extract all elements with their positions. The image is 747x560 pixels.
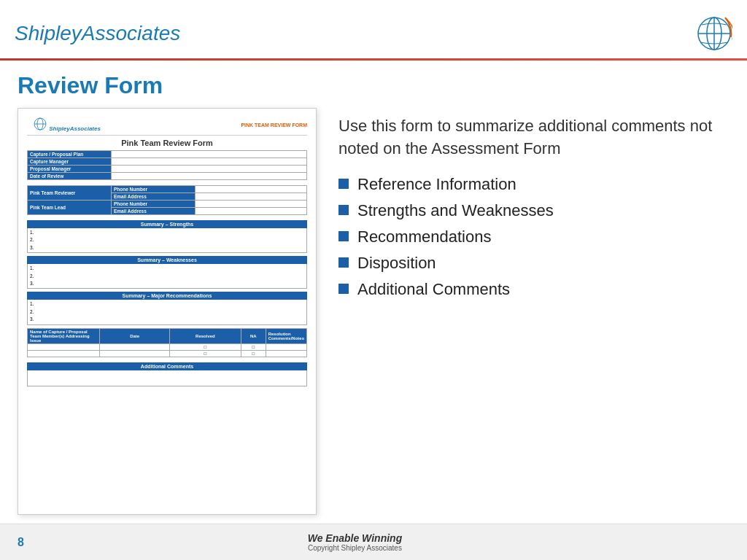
page-title: Review Form xyxy=(0,61,747,108)
fp-cell xyxy=(266,343,306,350)
globe-icon xyxy=(681,12,732,55)
bullet-icon xyxy=(338,284,349,294)
fp-additional-area xyxy=(27,370,307,386)
list-item: 1. xyxy=(30,229,304,236)
page-number: 8 xyxy=(18,536,24,549)
list-item: 2. xyxy=(30,308,304,316)
footer-tagline: We Enable Winning xyxy=(308,532,403,544)
fp-cell xyxy=(100,350,169,357)
fp-col-comments: Resolution Comments/Notes xyxy=(266,328,306,343)
fp-field-label: Capture Manager xyxy=(28,158,112,166)
list-item: Disposition xyxy=(338,254,729,273)
fp-recommendations-header: Summary – Major Recommendations xyxy=(27,292,307,300)
fp-field-value xyxy=(111,173,306,180)
list-item: 3. xyxy=(30,280,304,287)
fp-phone-value xyxy=(195,186,306,193)
fp-field-value xyxy=(111,166,306,173)
logo: ShipleyAssociates xyxy=(15,22,180,45)
fp-cell: □ xyxy=(169,343,241,350)
list-item: Additional Comments xyxy=(338,280,729,299)
list-item: 3. xyxy=(30,316,304,323)
logo-regular: Associates xyxy=(82,22,180,44)
bullet-icon xyxy=(338,231,349,241)
fp-reviewer-label: Pink Team Reviewer xyxy=(28,186,112,201)
list-item: 2. xyxy=(30,236,304,244)
right-content: Use this form to summarize additional co… xyxy=(338,108,729,515)
fp-recommendations-items: 1. 2. 3. xyxy=(27,300,307,324)
fp-globe-icon xyxy=(27,117,47,131)
fp-field-label: Date of Review xyxy=(28,173,112,180)
footer-center: We Enable Winning Copyright Shipley Asso… xyxy=(308,532,403,552)
table-row: □ □ xyxy=(28,343,307,350)
fp-field-label: Proposal Manager xyxy=(28,166,112,173)
fp-cell: □ xyxy=(169,350,241,357)
list-item: 3. xyxy=(30,244,304,252)
bullet-label: Recommendations xyxy=(357,228,491,246)
fp-field-label: Capture / Proposal Plan xyxy=(28,151,112,158)
bullet-label: Strengths and Weaknesses xyxy=(357,201,554,220)
table-row: Capture Manager xyxy=(28,158,307,166)
fp-lead-email-label: Email Address xyxy=(111,208,195,215)
fp-cell: □ xyxy=(241,343,266,350)
footer: 8 We Enable Winning Copyright Shipley As… xyxy=(0,524,747,560)
fp-weaknesses-items: 1. 2. 3. xyxy=(27,264,307,289)
fp-field-value xyxy=(111,151,306,158)
fp-email-value xyxy=(195,193,306,201)
fp-weaknesses-header: Summary – Weaknesses xyxy=(27,256,307,264)
list-item: 1. xyxy=(30,265,304,272)
header: ShipleyAssociates xyxy=(0,0,747,58)
bullet-label: Disposition xyxy=(357,254,436,273)
table-row: Pink Team Reviewer Phone Number xyxy=(28,186,307,193)
table-row: Capture / Proposal Plan xyxy=(28,151,307,158)
table-row: Date of Review xyxy=(28,173,307,180)
table-row: □ □ xyxy=(28,350,307,357)
bullet-icon xyxy=(338,179,349,189)
fp-phone-label: Phone Number xyxy=(111,186,195,193)
table-row: Proposal Manager xyxy=(28,166,307,173)
fp-ref-table: Capture / Proposal Plan Capture Manager … xyxy=(27,150,307,180)
fp-cell xyxy=(266,350,306,357)
list-item: Recommendations xyxy=(338,228,729,246)
list-item: 2. xyxy=(30,273,304,280)
fp-lead-email-value xyxy=(195,208,306,215)
fp-form-title: PINK TEAM REVIEW FORM xyxy=(241,122,307,128)
bullet-icon xyxy=(338,205,349,215)
table-row: Pink Team Lead Phone Number xyxy=(28,201,307,208)
fp-lead-phone-value xyxy=(195,201,306,208)
fp-col-resolved: Resolved xyxy=(169,328,241,343)
fp-additional-header: Additional Comments xyxy=(27,362,307,370)
fp-field-value xyxy=(111,158,306,166)
footer-copyright: Copyright Shipley Associates xyxy=(308,544,403,552)
fp-cell xyxy=(100,343,169,350)
fp-col-na: NA xyxy=(241,328,266,343)
list-item: Reference Information xyxy=(338,175,729,194)
fp-strengths-header: Summary – Strengths xyxy=(27,220,307,228)
fp-col-date: Date xyxy=(100,328,169,343)
fp-lead-phone-label: Phone Number xyxy=(111,201,195,208)
fp-reviewer-table: Pink Team Reviewer Phone Number Email Ad… xyxy=(27,185,307,215)
fp-main-title: Pink Team Review Form xyxy=(27,139,307,147)
intro-text: Use this form to summarize additional co… xyxy=(338,115,729,160)
list-item: Strengths and Weaknesses xyxy=(338,201,729,220)
bullet-icon xyxy=(338,257,349,268)
table-row: Name of Capture / Proposal Team Member(s… xyxy=(28,328,307,343)
fp-header: ShipleyAssociates PINK TEAM REVIEW FORM xyxy=(27,117,307,136)
main-content: ShipleyAssociates PINK TEAM REVIEW FORM … xyxy=(0,108,747,515)
fp-cell: □ xyxy=(241,350,266,357)
fp-email-label: Email Address xyxy=(111,193,195,201)
bullet-label: Additional Comments xyxy=(357,280,510,299)
bullet-label: Reference Information xyxy=(357,175,516,194)
fp-col-issue: Name of Capture / Proposal Team Member(s… xyxy=(28,328,100,343)
fp-strengths-items: 1. 2. 3. xyxy=(27,228,307,253)
fp-disposition-table: Name of Capture / Proposal Team Member(s… xyxy=(27,328,307,357)
fp-cell xyxy=(28,343,100,350)
fp-logo: ShipleyAssociates xyxy=(27,117,101,132)
form-preview: ShipleyAssociates PINK TEAM REVIEW FORM … xyxy=(18,108,317,515)
list-item: 1. xyxy=(30,300,304,308)
fp-lead-label: Pink Team Lead xyxy=(28,201,112,215)
fp-cell xyxy=(28,350,100,357)
bullet-list: Reference Information Strengths and Weak… xyxy=(338,175,729,299)
fp-logo-text: ShipleyAssociates xyxy=(49,125,101,132)
logo-bold: Shipley xyxy=(15,22,82,44)
